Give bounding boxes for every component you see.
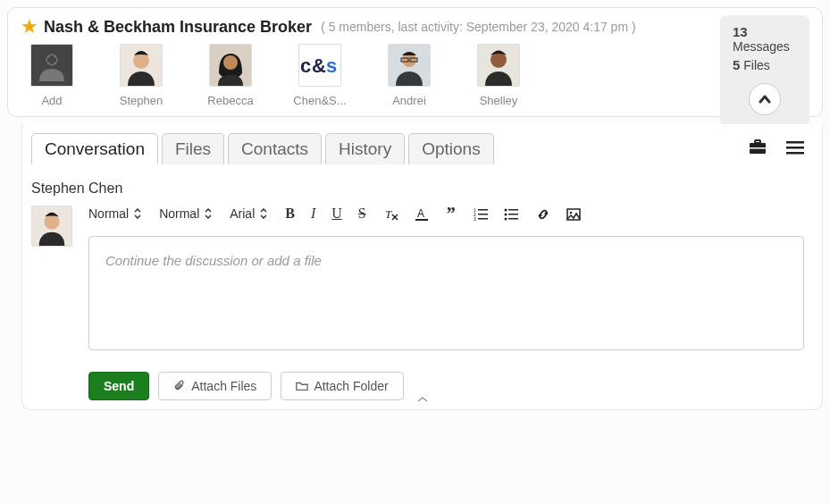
meta-prefix: ( xyxy=(321,20,329,34)
font-size-value: Normal xyxy=(159,206,199,221)
tab-history[interactable]: History xyxy=(325,133,405,164)
image-button[interactable] xyxy=(566,206,581,222)
add-member-avatar[interactable] xyxy=(30,44,73,87)
tab-files[interactable]: Files xyxy=(162,133,224,164)
svg-rect-16 xyxy=(755,140,760,143)
composer-body: Normal Normal Arial B I U S xyxy=(88,200,804,400)
client-header: ★ Nash & Beckham Insurance Broker ( 5 me… xyxy=(7,7,823,117)
avatar xyxy=(120,44,163,87)
member-chens[interactable]: c & s Chen&S... xyxy=(289,44,351,107)
svg-rect-19 xyxy=(786,141,804,144)
add-member[interactable]: Add xyxy=(21,44,83,107)
svg-text:3: 3 xyxy=(474,216,476,222)
attach-files-button[interactable]: Attach Files xyxy=(158,372,272,400)
attach-files-label: Attach Files xyxy=(191,379,256,393)
svg-point-36 xyxy=(504,213,507,215)
svg-point-42 xyxy=(569,211,572,214)
svg-point-37 xyxy=(504,217,507,220)
send-button[interactable]: Send xyxy=(88,372,149,400)
unordered-list-button[interactable] xyxy=(504,206,518,222)
tabs-row: Conversation Files Contacts History Opti… xyxy=(31,133,804,164)
ordered-list-button[interactable]: 123 xyxy=(474,206,488,222)
member-label: Chen&S... xyxy=(293,94,346,107)
message-input[interactable]: Continue the discussion or add a file xyxy=(88,236,804,350)
meta-text: 5 members, last activity: September 23, … xyxy=(329,20,628,34)
stat-messages[interactable]: 13 Messages xyxy=(733,24,797,54)
svg-rect-38 xyxy=(508,209,518,211)
members-row: Add Stephen Rebecca c & s Chen&S... xyxy=(21,44,809,107)
font-size-dropdown[interactable]: Normal xyxy=(159,206,212,221)
chevron-updown-icon xyxy=(260,208,267,219)
stat-files[interactable]: 5 Files xyxy=(733,57,770,72)
panel-collapse-button[interactable] xyxy=(416,391,429,406)
avatar xyxy=(477,44,520,87)
briefcase-icon[interactable] xyxy=(749,139,767,158)
svg-rect-21 xyxy=(786,152,804,155)
svg-text:T: T xyxy=(385,207,392,221)
font-style-value: Normal xyxy=(88,206,129,221)
svg-rect-33 xyxy=(478,214,488,215)
paperclip-icon xyxy=(173,380,186,392)
member-shelley[interactable]: Shelley xyxy=(467,44,530,107)
svg-text:s: s xyxy=(326,55,337,76)
messages-label: Messages xyxy=(733,39,790,54)
member-label: Shelley xyxy=(480,94,518,107)
stats-box: 13 Messages 5 Files xyxy=(720,15,809,126)
svg-rect-32 xyxy=(478,209,488,211)
italic-button[interactable]: I xyxy=(311,206,315,222)
link-button[interactable] xyxy=(536,206,550,222)
font-family-dropdown[interactable]: Arial xyxy=(230,206,267,221)
clear-format-button[interactable]: T xyxy=(384,206,398,222)
header-top-row: ★ Nash & Beckham Insurance Broker ( 5 me… xyxy=(21,15,809,38)
composer-author: Stephen Chen xyxy=(31,181,804,197)
underline-button[interactable]: U xyxy=(331,206,342,222)
svg-rect-2 xyxy=(47,58,56,63)
tab-contacts[interactable]: Contacts xyxy=(228,133,322,164)
font-style-dropdown[interactable]: Normal xyxy=(88,206,141,221)
composer-avatar xyxy=(31,206,72,247)
svg-rect-40 xyxy=(508,218,518,220)
text-format-group: B I U S xyxy=(285,206,365,222)
chevron-up-icon xyxy=(416,396,429,403)
folder-icon xyxy=(296,380,308,392)
member-andrei[interactable]: Andrei xyxy=(378,44,440,107)
member-stephen[interactable]: Stephen xyxy=(110,44,172,107)
chevron-updown-icon xyxy=(205,208,212,219)
content-panel: Conversation Files Contacts History Opti… xyxy=(21,124,823,410)
svg-text:&: & xyxy=(312,55,326,76)
star-icon[interactable]: ★ xyxy=(21,15,38,38)
bold-button[interactable]: B xyxy=(285,206,295,222)
svg-rect-28 xyxy=(415,219,428,221)
svg-text:c: c xyxy=(300,55,311,76)
avatar xyxy=(388,44,431,87)
attach-folder-button[interactable]: Attach Folder xyxy=(281,372,403,400)
tab-options[interactable]: Options xyxy=(408,133,493,164)
composer: Normal Normal Arial B I U S xyxy=(31,200,804,400)
member-rebecca[interactable]: Rebecca xyxy=(199,44,262,107)
svg-rect-39 xyxy=(508,214,518,215)
strikethrough-button[interactable]: S xyxy=(358,206,366,222)
svg-rect-34 xyxy=(478,218,488,220)
font-family-value: Arial xyxy=(230,206,255,221)
tabs: Conversation Files Contacts History Opti… xyxy=(31,133,498,164)
avatar: c & s xyxy=(298,44,341,87)
member-label: Andrei xyxy=(392,94,426,107)
collapse-header-button[interactable] xyxy=(749,83,781,115)
chevron-up-icon xyxy=(758,92,772,106)
tabs-right-actions xyxy=(749,139,804,158)
text-color-button[interactable]: A xyxy=(415,206,429,222)
client-meta: ( 5 members, last activity: September 23… xyxy=(321,20,636,34)
svg-text:A: A xyxy=(417,207,424,220)
svg-point-23 xyxy=(44,214,59,230)
quote-button[interactable]: ” xyxy=(447,204,456,224)
svg-rect-18 xyxy=(750,147,766,149)
menu-icon[interactable] xyxy=(786,140,804,157)
messages-count: 13 xyxy=(733,24,748,39)
rte-toolbar: Normal Normal Arial B I U S xyxy=(88,200,804,227)
list-group: 123 xyxy=(474,206,518,222)
tab-conversation[interactable]: Conversation xyxy=(31,133,158,164)
chevron-updown-icon xyxy=(134,208,141,219)
member-label: Stephen xyxy=(120,94,163,107)
svg-point-6 xyxy=(223,55,238,70)
add-member-label: Add xyxy=(41,94,62,107)
